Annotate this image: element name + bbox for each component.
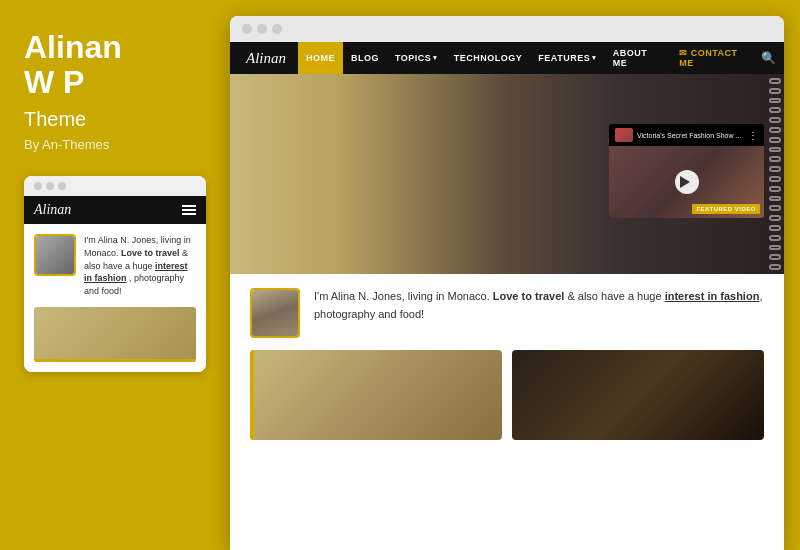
- theme-subtitle: Theme: [24, 108, 206, 131]
- play-button[interactable]: [675, 170, 699, 194]
- chain-link: [769, 117, 781, 123]
- mobile-thumbnail-row: [34, 307, 196, 362]
- nav-items: HOME BLOG TOPICS ▾ TECHNOLOGY FEATURES ▾…: [298, 42, 761, 74]
- browser-chrome: [230, 16, 784, 42]
- nav-item-topics[interactable]: TOPICS ▾: [387, 42, 446, 74]
- mobile-nav: Alinan: [24, 196, 206, 224]
- bio-text: I'm Alina N. Jones, living in Monaco. Lo…: [314, 288, 764, 323]
- thumb-accent-1: [250, 350, 254, 440]
- bio-text-2: & also have a huge: [564, 290, 664, 302]
- nav-item-technology[interactable]: TECHNOLOGY: [446, 42, 531, 74]
- hero-section: Victoria's Secret Fashion Show ... ⋮ FEA…: [230, 74, 784, 274]
- site-content: Alinan HOME BLOG TOPICS ▾ TECHNOLOGY FEA…: [230, 42, 784, 550]
- mobile-content: I'm Alina N. Jones, living in Monaco. Lo…: [24, 224, 206, 372]
- chain-link: [769, 264, 781, 270]
- chain-link: [769, 186, 781, 192]
- video-title-text: Victoria's Secret Fashion Show ...: [637, 132, 748, 139]
- chain-link: [769, 196, 781, 202]
- theme-title: Alinan W P: [24, 30, 206, 100]
- video-header: Victoria's Secret Fashion Show ... ⋮: [609, 124, 764, 146]
- bio-avatar-image: [252, 290, 298, 336]
- chain-link: [769, 98, 781, 104]
- bio-text-1: I'm Alina N. Jones, living in Monaco.: [314, 290, 493, 302]
- mobile-logo: Alinan: [34, 202, 71, 218]
- browser-dot-2: [257, 24, 267, 34]
- bio-avatar: [250, 288, 300, 338]
- chain-link: [769, 88, 781, 94]
- featured-badge: FEATURED VIDEO: [692, 204, 760, 214]
- thumbnail-row: [250, 350, 764, 440]
- bio-row: I'm Alina N. Jones, living in Monaco. Lo…: [250, 288, 764, 338]
- hamburger-icon[interactable]: [182, 205, 196, 215]
- bio-bold-travel: Love to travel: [493, 290, 565, 302]
- mobile-preview-header: [24, 176, 206, 196]
- chain-link: [769, 235, 781, 241]
- nav-item-contact[interactable]: ✉ CONTACT ME: [671, 42, 761, 74]
- chain-link: [769, 137, 781, 143]
- nav-item-home[interactable]: HOME: [298, 42, 343, 74]
- site-nav: Alinan HOME BLOG TOPICS ▾ TECHNOLOGY FEA…: [230, 42, 784, 74]
- site-logo: Alinan: [238, 46, 294, 71]
- video-menu-icon[interactable]: ⋮: [748, 130, 758, 141]
- nav-item-features[interactable]: FEATURES ▾: [530, 42, 604, 74]
- chain-link: [769, 176, 781, 182]
- chain-link: [769, 147, 781, 153]
- browser-dot-1: [242, 24, 252, 34]
- thumbnail-1[interactable]: [250, 350, 502, 440]
- chain-link: [769, 215, 781, 221]
- chain-link: [769, 166, 781, 172]
- main-content: I'm Alina N. Jones, living in Monaco. Lo…: [230, 274, 784, 550]
- search-icon[interactable]: 🔍: [761, 51, 776, 65]
- chain-link: [769, 225, 781, 231]
- mobile-bio-bold-1: Love to travel: [121, 248, 180, 258]
- thumbnail-2[interactable]: [512, 350, 764, 440]
- browser-dot-3: [272, 24, 282, 34]
- chain-link: [769, 107, 781, 113]
- title-line2: W P: [24, 64, 84, 100]
- mobile-avatar-img: [36, 236, 74, 274]
- features-arrow: ▾: [592, 54, 597, 62]
- video-thumbnail[interactable]: FEATURED VIDEO: [609, 146, 764, 218]
- chain-link: [769, 78, 781, 84]
- nav-item-blog[interactable]: BLOG: [343, 42, 387, 74]
- mobile-bio-text: I'm Alina N. Jones, living in Monaco. Lo…: [84, 234, 196, 297]
- mobile-avatar: [34, 234, 76, 276]
- video-thumb-small: [615, 128, 633, 142]
- chain-link: [769, 254, 781, 260]
- dot-2: [46, 182, 54, 190]
- chain-link: [769, 245, 781, 251]
- by-line: By An-Themes: [24, 137, 206, 152]
- chain-link: [769, 127, 781, 133]
- left-panel: Alinan W P Theme By An-Themes Alinan I'm…: [0, 0, 230, 550]
- video-overlay: Victoria's Secret Fashion Show ... ⋮ FEA…: [609, 124, 764, 218]
- chain-link: [769, 205, 781, 211]
- nav-item-about[interactable]: ABOUT ME: [605, 42, 672, 74]
- mobile-bio-row: I'm Alina N. Jones, living in Monaco. Lo…: [34, 234, 196, 297]
- chain-link: [769, 156, 781, 162]
- topics-arrow: ▾: [433, 54, 438, 62]
- chain-decoration: [766, 74, 784, 274]
- dot-1: [34, 182, 42, 190]
- dot-3: [58, 182, 66, 190]
- title-line1: Alinan: [24, 29, 122, 65]
- mobile-preview: Alinan I'm Alina N. Jones, living in Mon…: [24, 176, 206, 372]
- bio-underline: interest in fashion: [665, 290, 760, 302]
- browser-window: Alinan HOME BLOG TOPICS ▾ TECHNOLOGY FEA…: [230, 16, 784, 550]
